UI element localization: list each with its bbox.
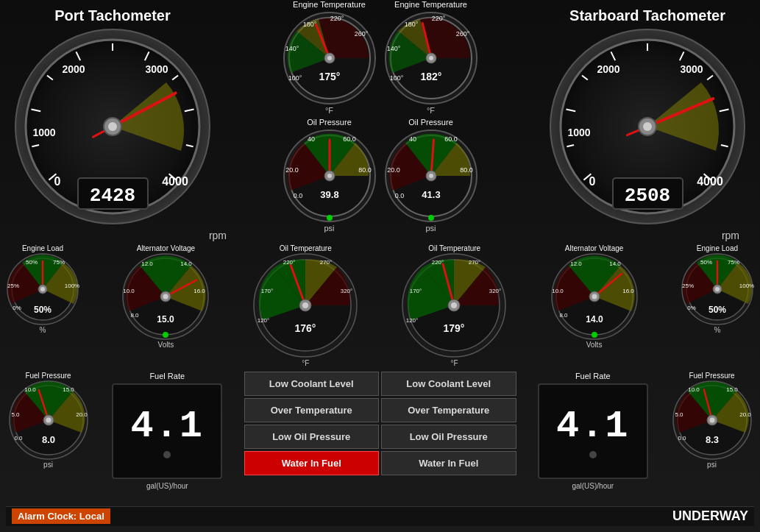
top-row: Port Tachometer	[6, 6, 754, 227]
svg-text:50%: 50%	[700, 259, 712, 266]
svg-text:50%: 50%	[708, 305, 726, 315]
port-engine-temp-section: Engine Temperature 100°	[282, 0, 377, 115]
svg-text:5.0: 5.0	[675, 411, 683, 418]
stbd-fuel-pressure-title: Fuel Pressure	[689, 372, 734, 380]
alarm-clock-label: Alarm Clock: Local	[12, 508, 110, 524]
svg-point-68	[428, 215, 434, 221]
svg-text:0: 0	[589, 175, 596, 188]
svg-text:270°: 270°	[320, 259, 333, 266]
port-engine-load-unit: %	[40, 326, 46, 334]
svg-point-148	[592, 294, 597, 299]
port-oil-pressure-title: Oil Pressure	[307, 118, 352, 127]
water-fuel-stbd-btn[interactable]: Water In Fuel	[381, 451, 516, 475]
svg-text:180°: 180°	[302, 21, 316, 28]
low-coolant-stbd-btn[interactable]: Low Coolant Level	[381, 372, 516, 396]
stbd-tach-title: Starboard Tachometer	[569, 7, 725, 24]
svg-text:10.0: 10.0	[24, 386, 36, 393]
svg-text:8.0: 8.0	[559, 312, 568, 319]
svg-text:220°: 220°	[283, 259, 296, 266]
svg-text:220°: 220°	[330, 15, 344, 22]
svg-point-103	[40, 287, 45, 291]
svg-text:20.0: 20.0	[76, 411, 88, 418]
svg-text:25%: 25%	[7, 283, 19, 289]
svg-text:50%: 50%	[26, 259, 38, 266]
port-engine-load-title: Engine Load	[22, 244, 63, 252]
bottom-row: Fuel Pressure 0.0 5.0 10.0 15.0 20.0 8.0…	[6, 372, 754, 503]
stbd-rpm-unit: rpm	[533, 230, 747, 241]
svg-point-114	[163, 294, 168, 299]
svg-text:80.0: 80.0	[358, 166, 372, 174]
stbd-engine-load-unit: %	[714, 326, 721, 334]
svg-point-56	[327, 215, 333, 221]
stbd-fuel-rate-display: 4.1	[538, 383, 648, 479]
water-fuel-port-btn[interactable]: Water In Fuel	[244, 451, 380, 475]
port-oil-temp-title: Oil Temperature	[280, 244, 332, 252]
svg-text:2000: 2000	[597, 63, 619, 75]
stbd-tachometer-gauge: 0 1000 2000 3000 4000	[548, 27, 747, 226]
port-fuel-pressure-title: Fuel Pressure	[25, 372, 71, 380]
svg-text:39.8: 39.8	[320, 189, 338, 200]
stbd-oil-pressure-gauge: 0.0 20.0 40 60.0 80.0 41.3	[383, 128, 479, 224]
stbd-engine-temp-gauge: 100° 140° 180° 220° 260° 182°	[383, 10, 479, 106]
svg-text:0.0: 0.0	[394, 192, 404, 199]
svg-text:60.0: 60.0	[444, 135, 458, 143]
port-fuel-pressure-section: Fuel Pressure 0.0 5.0 10.0 15.0 20.0 8.0…	[6, 372, 90, 503]
port-engine-load-section: Engine Load 0% 25% 50% 75% 100% 50% %	[6, 244, 79, 334]
svg-text:12.0: 12.0	[142, 260, 154, 267]
stbd-engine-load-title: Engine Load	[697, 244, 738, 252]
svg-text:14.0: 14.0	[181, 260, 193, 267]
over-temp-port-btn[interactable]: Over Temperature	[244, 398, 380, 422]
stbd-engine-load-gauge: 0% 25% 50% 75% 100% 50%	[681, 252, 754, 326]
svg-text:14.0: 14.0	[586, 314, 603, 324]
svg-text:12.0: 12.0	[570, 260, 582, 267]
stbd-alt-voltage-section: Alternator Voltage 8.0 10.0 12.0 14.0 16…	[550, 244, 639, 349]
port-tachometer-gauge: 0 1000 2000 3000 4000	[13, 27, 212, 226]
svg-text:3000: 3000	[680, 63, 703, 75]
svg-text:100%: 100%	[739, 283, 754, 289]
low-oil-port-btn[interactable]: Low Oil Pressure	[244, 425, 380, 449]
svg-text:16.0: 16.0	[622, 288, 634, 294]
over-temp-stbd-btn[interactable]: Over Temperature	[381, 398, 516, 422]
svg-point-182	[709, 418, 714, 423]
low-coolant-port-btn[interactable]: Low Coolant Level	[244, 372, 380, 396]
stbd-fuel-pressure-gauge: 0.0 5.0 10.0 15.0 20.0 8.3	[672, 380, 753, 461]
port-fuel-rate-title: Fuel Rate	[149, 372, 185, 380]
svg-text:16.0: 16.0	[194, 288, 206, 294]
port-engine-temp-title: Engine Temperature	[293, 0, 366, 9]
svg-text:10.0: 10.0	[552, 288, 564, 294]
port-fuel-rate-unit: gal(US)/hour	[146, 482, 188, 490]
svg-text:8.3: 8.3	[705, 434, 718, 445]
svg-text:120°: 120°	[406, 317, 419, 324]
svg-text:176°: 176°	[294, 322, 316, 334]
port-oil-pressure-section: Oil Pressure 0.0 20.0	[282, 118, 377, 233]
stbd-alt-voltage-title: Alternator Voltage	[565, 244, 624, 252]
svg-text:20.0: 20.0	[739, 411, 751, 418]
svg-text:0%: 0%	[687, 305, 696, 311]
low-oil-stbd-btn[interactable]: Low Oil Pressure	[381, 425, 516, 449]
svg-text:20.0: 20.0	[387, 166, 400, 174]
port-fuel-pressure-unit: psi	[43, 461, 53, 469]
svg-text:4000: 4000	[162, 175, 188, 188]
port-engine-temp-unit: °F	[325, 106, 333, 115]
stbd-oil-temp-gauge: 120° 170° 220° 270° 320° 179°	[401, 252, 508, 359]
rpm-labels-row: rpm rpm	[6, 230, 754, 241]
port-oil-pressure-gauge: 0.0 20.0 40 60.0 80.0 39.8	[282, 128, 377, 224]
oil-pressure-row: Oil Pressure 0.0 20.0	[282, 118, 479, 233]
svg-text:14.0: 14.0	[609, 260, 621, 267]
port-engine-temp-gauge: 100° 140° 180° 220° 260° 175°	[282, 10, 377, 106]
stbd-alt-voltage-gauge: 8.0 10.0 12.0 14.0 16.0 14.0	[550, 252, 639, 341]
port-fuel-pressure-gauge: 0.0 5.0 10.0 15.0 20.0 8.0	[8, 380, 89, 461]
svg-text:15.0: 15.0	[63, 386, 74, 393]
port-fuel-rate-section: Fuel Rate 4.1 gal(US)/hour	[110, 372, 224, 503]
stbd-oil-temp-unit: °F	[451, 359, 458, 367]
svg-point-126	[302, 302, 308, 308]
stbd-fuel-rate-value: 4.1	[556, 405, 630, 448]
stbd-oil-pressure-section: Oil Pressure 0.0 20.0 40 60.0 8	[383, 118, 479, 233]
svg-text:25%: 25%	[682, 283, 694, 289]
svg-text:2508: 2508	[625, 185, 670, 207]
svg-point-67	[429, 174, 433, 178]
svg-text:1000: 1000	[32, 127, 55, 138]
svg-text:8.0: 8.0	[41, 434, 54, 445]
svg-point-55	[327, 174, 332, 178]
svg-text:140°: 140°	[386, 45, 400, 52]
